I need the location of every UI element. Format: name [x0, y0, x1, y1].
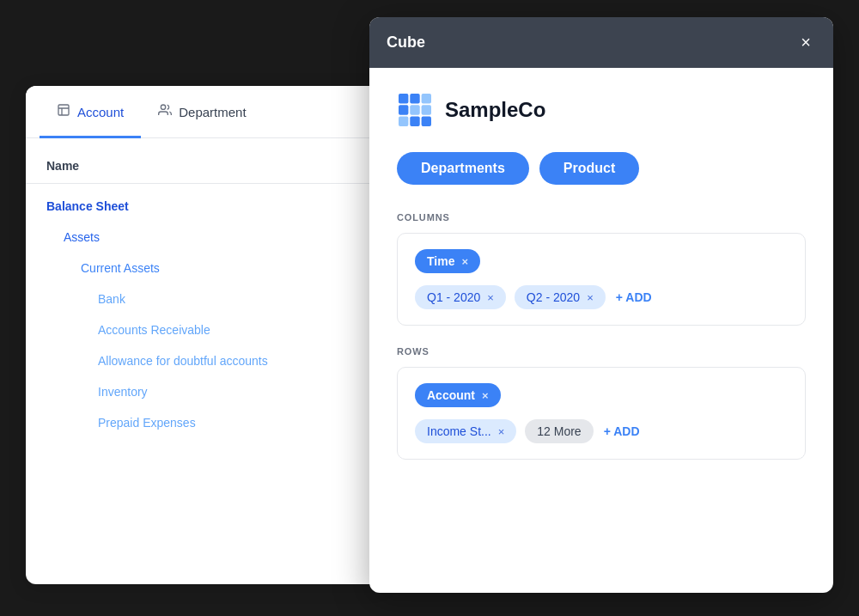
svg-rect-5 — [410, 94, 419, 103]
rows-main-tag-row: Account × — [415, 383, 788, 407]
list-item[interactable]: Inventory — [26, 376, 387, 407]
time-tag[interactable]: Time × — [415, 249, 480, 273]
account-tag[interactable]: Account × — [415, 383, 501, 407]
department-tab-icon — [158, 103, 172, 120]
q2-2020-close[interactable]: × — [587, 291, 594, 304]
column-header: Name — [26, 152, 387, 184]
modal-body: SampleCo Departments Product COLUMNS Tim… — [369, 68, 833, 593]
panel-content: Name Balance Sheet Assets Current Assets… — [26, 138, 387, 459]
svg-rect-8 — [410, 105, 419, 114]
q2-2020-label: Q2 - 2020 — [527, 290, 580, 304]
account-tag-close[interactable]: × — [482, 389, 489, 402]
rows-add-button[interactable]: + ADD — [602, 421, 642, 442]
list-item[interactable]: Allowance for doubtful accounts — [26, 345, 387, 376]
q2-2020-tag[interactable]: Q2 - 2020 × — [515, 285, 606, 309]
income-st-label: Income St... — [427, 424, 491, 438]
list-item[interactable]: Prepaid Expenses — [26, 407, 387, 438]
svg-rect-10 — [399, 117, 408, 126]
modal-title: Cube — [387, 34, 425, 52]
company-name: SampleCo — [445, 98, 545, 122]
panel-tabs: Account Department — [26, 86, 387, 138]
departments-button[interactable]: Departments — [397, 152, 529, 185]
q1-2020-close[interactable]: × — [487, 291, 494, 304]
q1-2020-label: Q1 - 2020 — [427, 290, 480, 304]
tab-account[interactable]: Account — [40, 86, 141, 138]
income-st-close[interactable]: × — [498, 425, 505, 438]
account-list: Balance Sheet Assets Current Assets Bank… — [26, 184, 387, 445]
product-button[interactable]: Product — [539, 152, 639, 185]
close-button[interactable]: × — [795, 31, 816, 54]
rows-sub-tags: Income St... × 12 More + ADD — [415, 419, 788, 443]
account-tab-icon — [57, 103, 70, 120]
tab-account-label: Account — [77, 105, 124, 119]
income-st-tag[interactable]: Income St... × — [415, 419, 516, 443]
svg-rect-7 — [399, 105, 408, 114]
account-panel: Account Department Name Balance Sheet As… — [26, 86, 387, 584]
account-tag-label: Account — [427, 388, 475, 402]
list-item[interactable]: Balance Sheet — [26, 191, 387, 222]
svg-rect-6 — [422, 94, 431, 103]
list-item[interactable]: Assets — [26, 222, 387, 253]
svg-point-3 — [161, 105, 166, 109]
more-label: 12 More — [537, 424, 581, 438]
time-tag-close[interactable]: × — [461, 255, 468, 268]
time-tag-label: Time — [427, 254, 454, 268]
columns-tag-box: Time × Q1 - 2020 × Q2 - 2020 × + ADD — [397, 233, 806, 326]
svg-rect-9 — [422, 105, 431, 114]
svg-rect-11 — [410, 117, 419, 126]
company-icon — [397, 92, 433, 128]
rows-tag-box: Account × Income St... × 12 More + ADD — [397, 367, 806, 460]
list-item[interactable]: Current Assets — [26, 253, 387, 284]
list-item[interactable]: Accounts Receivable — [26, 314, 387, 345]
svg-rect-0 — [58, 105, 69, 115]
more-tag[interactable]: 12 More — [525, 419, 593, 443]
list-item[interactable]: Bank — [26, 284, 387, 314]
tab-department[interactable]: Department — [141, 86, 263, 138]
q1-2020-tag[interactable]: Q1 - 2020 × — [415, 285, 506, 309]
columns-add-button[interactable]: + ADD — [614, 287, 654, 308]
cube-modal: Cube × SampleCo Depar — [369, 17, 833, 593]
dimension-buttons: Departments Product — [397, 152, 806, 185]
svg-rect-12 — [422, 117, 431, 126]
tab-department-label: Department — [179, 105, 246, 119]
columns-section-label: COLUMNS — [397, 212, 806, 223]
rows-section-label: ROWS — [397, 346, 806, 357]
modal-header: Cube × — [369, 17, 833, 68]
company-row: SampleCo — [397, 92, 806, 128]
columns-sub-tags: Q1 - 2020 × Q2 - 2020 × + ADD — [415, 285, 788, 309]
columns-main-tag-row: Time × — [415, 249, 788, 273]
svg-rect-4 — [399, 94, 408, 103]
